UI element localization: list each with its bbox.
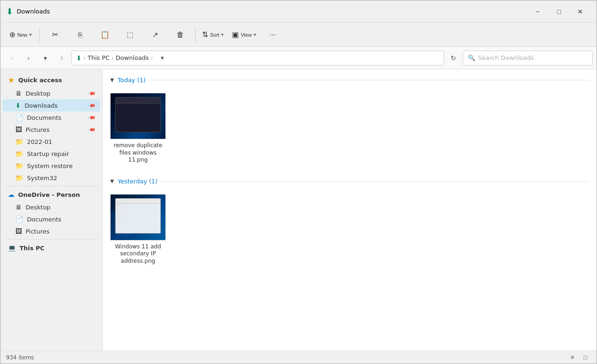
folder-sys32-icon: 📁 bbox=[15, 174, 23, 182]
sidebar-item-2022[interactable]: 📁 2022-01 bbox=[2, 136, 100, 148]
search-placeholder: Search Downloads bbox=[478, 54, 534, 61]
thispc-icon: 💻 bbox=[8, 244, 16, 252]
pictures-icon: 🖼 bbox=[15, 126, 22, 133]
sidebar-item-startup[interactable]: 📁 Startup repair bbox=[2, 148, 100, 160]
address-crumb-folder: Downloads bbox=[116, 54, 149, 61]
view-chevron-icon: ▾ bbox=[254, 32, 256, 37]
address-sep-2: › bbox=[112, 55, 114, 61]
forward-button[interactable]: › bbox=[21, 51, 36, 65]
sidebar-item-od-pictures[interactable]: 🖼 Pictures bbox=[2, 225, 100, 237]
pin-icon-pictures: 📌 bbox=[87, 125, 96, 134]
more-icon: ··· bbox=[269, 31, 276, 39]
onedrive-section[interactable]: ☁ OneDrive - Person bbox=[2, 188, 100, 201]
recent-button[interactable]: ▾ bbox=[38, 51, 52, 65]
search-icon: 🔍 bbox=[468, 54, 475, 61]
address-crumb-thispc: This PC bbox=[88, 54, 110, 61]
status-bar: 934 items ≡ □ bbox=[0, 351, 597, 364]
inner-window-dark bbox=[115, 97, 161, 132]
sort-button[interactable]: ⇅ Sort ▾ bbox=[198, 25, 227, 45]
minimize-button[interactable]: − bbox=[527, 4, 548, 19]
onedrive-label: OneDrive - Person bbox=[18, 191, 80, 198]
cut-button[interactable]: ✂ bbox=[43, 25, 67, 45]
thispc-label: This PC bbox=[20, 245, 45, 252]
sort-chevron-icon: ▾ bbox=[221, 32, 223, 37]
file-thumb-today-1 bbox=[110, 93, 166, 139]
address-expand-button[interactable]: ▾ bbox=[157, 52, 168, 64]
file-item-yesterday-1[interactable]: Windows 11 add secondary IP address.png bbox=[110, 191, 166, 268]
pin-icon-desktop: 📌 bbox=[87, 89, 96, 98]
share-icon: ↗ bbox=[152, 31, 158, 39]
sidebar: ★ Quick access 🖥 Desktop 📌 ⬇ Downloads 📌… bbox=[0, 69, 103, 351]
toolbar-separator-2 bbox=[195, 27, 196, 42]
content-area: ▼ Today (1) remove duplicate files windo… bbox=[103, 69, 597, 351]
refresh-button[interactable]: ↻ bbox=[446, 51, 461, 65]
sidebar-item-desktop[interactable]: 🖥 Desktop 📌 bbox=[2, 87, 100, 99]
rename-button[interactable]: ⬚ bbox=[118, 25, 142, 45]
new-button[interactable]: ⊕ New ▾ bbox=[4, 25, 37, 45]
share-button[interactable]: ↗ bbox=[143, 25, 167, 45]
sidebar-od-documents-label: Documents bbox=[27, 216, 61, 223]
new-chevron-icon: ▾ bbox=[29, 32, 32, 37]
address-bar-row: ‹ › ▾ ↑ ⬇ › This PC › Downloads › ▾ ↻ 🔍 … bbox=[0, 47, 597, 69]
quick-access-label: Quick access bbox=[18, 77, 62, 84]
close-button[interactable]: ✕ bbox=[570, 4, 591, 19]
detail-view-button[interactable]: □ bbox=[580, 352, 591, 363]
od-documents-icon: 📄 bbox=[15, 215, 23, 223]
file-name-yesterday-1: Windows 11 add secondary IP address.png bbox=[113, 243, 163, 265]
view-button[interactable]: ▣ View ▾ bbox=[228, 25, 260, 45]
sidebar-item-sysrestore[interactable]: 📁 System restore bbox=[2, 160, 100, 172]
copy-icon: ⎘ bbox=[78, 31, 82, 39]
sort-icon: ⇅ bbox=[202, 30, 208, 39]
address-bar[interactable]: ⬇ › This PC › Downloads › ▾ bbox=[71, 51, 444, 65]
sidebar-od-desktop-label: Desktop bbox=[26, 204, 51, 211]
sidebar-item-documents[interactable]: 📄 Documents 📌 bbox=[2, 111, 100, 124]
onedrive-icon: ☁ bbox=[8, 191, 14, 198]
thispc-section[interactable]: 💻 This PC bbox=[2, 241, 100, 254]
more-button[interactable]: ··· bbox=[261, 25, 285, 45]
rename-icon: ⬚ bbox=[127, 31, 133, 39]
yesterday-chevron-icon: ▼ bbox=[110, 178, 114, 184]
title-bar-icon: ⬇ bbox=[6, 6, 13, 16]
sidebar-item-od-documents[interactable]: 📄 Documents bbox=[2, 213, 100, 225]
list-view-button[interactable]: ≡ bbox=[567, 352, 578, 363]
group-yesterday[interactable]: ▼ Yesterday (1) bbox=[110, 174, 589, 188]
view-icon: ▣ bbox=[232, 30, 239, 39]
paste-button[interactable]: 📋 bbox=[93, 25, 117, 45]
sidebar-item-pictures[interactable]: 🖼 Pictures 📌 bbox=[2, 124, 100, 136]
delete-button[interactable]: 🗑 bbox=[168, 25, 192, 45]
title-bar-controls: − □ ✕ bbox=[527, 4, 591, 19]
item-count: 934 items bbox=[6, 354, 34, 361]
today-chevron-icon: ▼ bbox=[110, 77, 114, 83]
thumb-dark-img bbox=[111, 93, 165, 139]
documents-icon: 📄 bbox=[15, 114, 23, 121]
search-bar[interactable]: 🔍 Search Downloads bbox=[463, 51, 593, 65]
sidebar-divider-1 bbox=[4, 186, 98, 186]
sidebar-desktop-label: Desktop bbox=[26, 90, 51, 97]
group-today[interactable]: ▼ Today (1) bbox=[110, 73, 589, 86]
desktop-icon: 🖥 bbox=[15, 90, 22, 97]
up-button[interactable]: ↑ bbox=[54, 51, 69, 65]
today-label: Today (1) bbox=[118, 77, 145, 84]
sidebar-item-od-desktop[interactable]: 🖥 Desktop bbox=[2, 201, 100, 213]
status-right: ≡ □ bbox=[567, 352, 591, 363]
sidebar-od-pictures-label: Pictures bbox=[26, 228, 49, 235]
sidebar-item-downloads[interactable]: ⬇ Downloads 📌 bbox=[2, 99, 100, 111]
sidebar-sysrestore-label: System restore bbox=[27, 162, 73, 169]
title-bar-title: Downloads bbox=[17, 8, 527, 15]
copy-button[interactable]: ⎘ bbox=[68, 25, 92, 45]
sidebar-item-sys32[interactable]: 📁 System32 bbox=[2, 172, 100, 184]
address-crumb-downloads: ⬇ bbox=[76, 54, 82, 62]
file-item-today-1[interactable]: remove duplicate files windows 11.png bbox=[110, 90, 166, 167]
today-group-line bbox=[150, 80, 589, 80]
maximize-button[interactable]: □ bbox=[548, 4, 570, 19]
address-sep-3: › bbox=[151, 55, 153, 61]
quick-access-section[interactable]: ★ Quick access bbox=[2, 73, 100, 87]
back-button[interactable]: ‹ bbox=[4, 51, 19, 65]
sidebar-sys32-label: System32 bbox=[27, 175, 57, 182]
star-icon: ★ bbox=[8, 76, 14, 84]
file-name-today-1: remove duplicate files windows 11.png bbox=[113, 142, 163, 164]
yesterday-label: Yesterday (1) bbox=[118, 178, 157, 185]
od-desktop-icon: 🖥 bbox=[15, 203, 22, 211]
sidebar-downloads-label: Downloads bbox=[25, 102, 58, 109]
toolbar-separator-1 bbox=[39, 27, 40, 42]
